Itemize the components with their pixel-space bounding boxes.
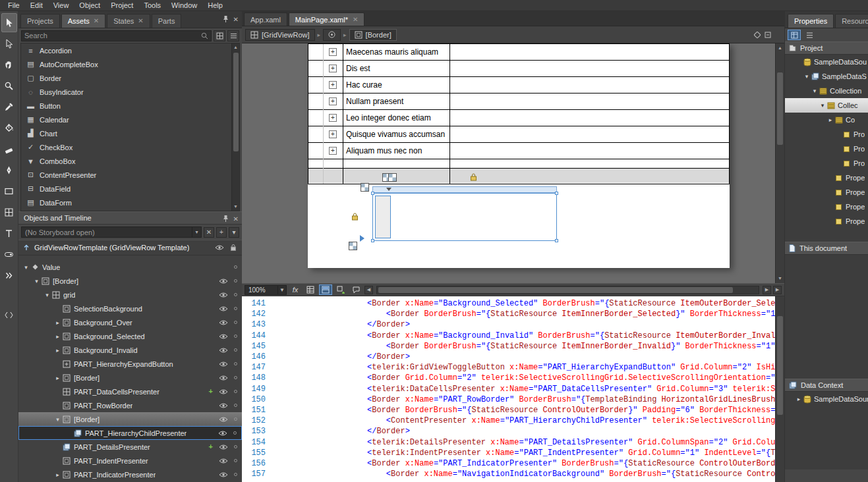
- pan-tool[interactable]: [1, 55, 17, 74]
- resize-handle[interactable]: [371, 239, 374, 242]
- options-dot-icon[interactable]: [234, 459, 237, 462]
- breadcrumb-item-template[interactable]: [323, 29, 341, 41]
- selection-tool[interactable]: [1, 13, 17, 32]
- asset-item-border[interactable]: ▢Border: [21, 71, 239, 85]
- options-dot-icon[interactable]: [234, 473, 237, 476]
- data-view-button[interactable]: [788, 30, 801, 40]
- objects-tree-item-part-indicatorpresenter[interactable]: ▸PART_IndicatorPresenter: [18, 468, 242, 481]
- scroll-left-icon[interactable]: ◀: [364, 286, 373, 294]
- design-vertical-scrollbar[interactable]: ▲ ▼: [775, 43, 784, 283]
- tree-expander-icon[interactable]: ▸: [54, 375, 61, 381]
- menu-window[interactable]: Window: [166, 0, 202, 11]
- tree-expander-icon[interactable]: ▸: [54, 347, 61, 354]
- grid-row-quisque-vivamus-accumsan[interactable]: +Quisque vivamus accumsan: [308, 126, 729, 143]
- code-line[interactable]: <Border Grid.Column="2" telerik:Selectiv…: [272, 373, 775, 383]
- tab-properties[interactable]: Properties: [788, 14, 834, 28]
- grid-row-hac-curae[interactable]: +Hac curae: [308, 77, 729, 94]
- asset-item-button[interactable]: ▬Button: [21, 99, 239, 113]
- visibility-eye-icon[interactable]: [219, 444, 228, 450]
- visibility-eye-icon[interactable]: [218, 430, 227, 437]
- tree-expander-icon[interactable]: ▾: [54, 416, 61, 423]
- selected-top-cell[interactable]: [372, 186, 557, 193]
- data-context-header[interactable]: Data Context: [785, 379, 868, 392]
- asset-list-view-button[interactable]: [227, 30, 239, 41]
- objects-tree-item-grid[interactable]: ▾grid: [18, 288, 242, 302]
- row-expander-icon[interactable]: +: [329, 114, 337, 122]
- tab-parts[interactable]: Parts: [152, 14, 182, 28]
- code-line[interactable]: <Border BorderBrush="{StaticResource Ite…: [272, 309, 775, 319]
- split-view-button[interactable]: [319, 284, 332, 295]
- tree-expander-icon[interactable]: ▾: [22, 264, 30, 271]
- options-dot-icon[interactable]: [234, 390, 237, 393]
- objects-tree-item-part-hierarchyexpandbutton[interactable]: PART_HierarchyExpandButton: [18, 357, 242, 371]
- options-dot-icon[interactable]: [234, 307, 237, 310]
- asset-item-dataform[interactable]: ▤DataForm: [21, 196, 239, 209]
- tree-expander-icon[interactable]: ▸: [54, 319, 61, 326]
- table-view-button[interactable]: [304, 284, 317, 295]
- rectangle-tool[interactable]: [1, 182, 17, 201]
- tree-expander-icon[interactable]: ▾: [819, 102, 826, 109]
- code-line[interactable]: </Border>: [272, 352, 775, 362]
- objects-tree-item-background-selected[interactable]: ▸Background_Selected: [18, 329, 242, 343]
- code-line[interactable]: <Border x:Name="PART_RowBorder" BorderBr…: [272, 394, 775, 405]
- data-tree-item-sampledatasour[interactable]: ▸SampleDataSour: [785, 392, 868, 406]
- scroll-thumb[interactable]: [777, 316, 783, 415]
- visibility-eye-icon[interactable]: [219, 347, 228, 354]
- options-dot-icon[interactable]: [234, 293, 237, 296]
- tree-expander-icon[interactable]: ▾: [803, 73, 810, 80]
- options-dot-icon[interactable]: [234, 321, 237, 324]
- search-input[interactable]: Search: [21, 30, 212, 41]
- drag-checker-icon[interactable]: [388, 173, 397, 182]
- tree-expander-icon[interactable]: ▸: [54, 471, 61, 478]
- breadcrumb-item-gridviewrow[interactable]: [GridViewRow]: [245, 29, 315, 41]
- tab-resources[interactable]: Resources: [835, 14, 868, 28]
- objects-tree-item-border[interactable]: ▾[Border]: [18, 412, 242, 426]
- doc-tab-mainpage-xaml[interactable]: MainPage.xaml*✕: [289, 13, 364, 26]
- code-line[interactable]: <Border BorderBrush="{StaticResource Ite…: [272, 341, 775, 352]
- data-tree-item-co[interactable]: ▸Co: [785, 113, 868, 127]
- code-line[interactable]: <ContentPresenter x:Name="PART_Hierarchy…: [272, 415, 775, 426]
- code-text[interactable]: <Border x:Name="Background_Selected" Bor…: [272, 298, 775, 482]
- tab-projects[interactable]: Projects: [20, 14, 60, 28]
- pen-tool[interactable]: [1, 161, 17, 180]
- data-tree-item-collec[interactable]: ▾Collec: [785, 98, 868, 113]
- row-expander-icon[interactable]: +: [329, 48, 337, 56]
- close-icon[interactable]: ✕: [138, 18, 143, 24]
- code-line[interactable]: <Border x:Name="NavigationIndicatorBackg…: [272, 469, 775, 479]
- menu-tools[interactable]: Tools: [138, 0, 166, 11]
- objects-tree-item-part-datacellspresenter[interactable]: PART_DataCellsPresenter+: [18, 385, 242, 398]
- pin-icon[interactable]: [223, 15, 229, 23]
- visibility-eye-icon[interactable]: [219, 333, 228, 340]
- row-expander-icon[interactable]: +: [329, 65, 337, 72]
- row-expander-icon[interactable]: +: [329, 81, 337, 89]
- zoom-select[interactable]: 100% ▼: [245, 285, 287, 295]
- tree-expander-icon[interactable]: ▸: [54, 333, 61, 340]
- code-line[interactable]: <telerik:IndentPresenter x:Name="PART_In…: [272, 448, 775, 458]
- visibility-eye-icon[interactable]: [219, 278, 228, 284]
- scroll-down-icon[interactable]: ▼: [232, 203, 239, 211]
- close-icon[interactable]: ✕: [353, 14, 358, 26]
- tab-assets[interactable]: Assets✕: [61, 14, 105, 28]
- resize-handle[interactable]: [555, 239, 558, 242]
- code-line[interactable]: <telerik:DataCellsPresenter x:Name="PART…: [272, 384, 775, 394]
- visibility-eye-icon[interactable]: [219, 402, 228, 409]
- options-dot-icon[interactable]: [234, 362, 237, 365]
- data-tree-item-prope[interactable]: Prope: [785, 200, 868, 214]
- grid-row-dis-est[interactable]: +Dis est: [308, 61, 729, 77]
- options-dot-icon[interactable]: [234, 376, 237, 379]
- data-tree-item-sampledatas[interactable]: ▾SampleDataS: [785, 69, 868, 84]
- scroll-thumb[interactable]: [233, 53, 239, 151]
- objects-tree-item-background-over[interactable]: ▸Background_Over: [18, 315, 242, 329]
- visibility-eye-icon[interactable]: [219, 319, 228, 326]
- controls-tool[interactable]: [1, 245, 17, 264]
- annotation-button[interactable]: [349, 284, 362, 295]
- data-tree-item-prope[interactable]: Prope: [785, 171, 868, 185]
- tree-expander-icon[interactable]: ▾: [43, 292, 51, 298]
- data-tree-item-collection[interactable]: ▾Collection: [785, 84, 868, 98]
- visibility-eye-icon[interactable]: [219, 375, 228, 381]
- xaml-view-tool[interactable]: [1, 306, 17, 325]
- scroll-up-icon[interactable]: ▲: [776, 43, 784, 53]
- menu-view[interactable]: View: [48, 0, 74, 11]
- data-tree-item-pro[interactable]: Pro: [785, 142, 868, 156]
- menu-object[interactable]: Object: [74, 0, 105, 11]
